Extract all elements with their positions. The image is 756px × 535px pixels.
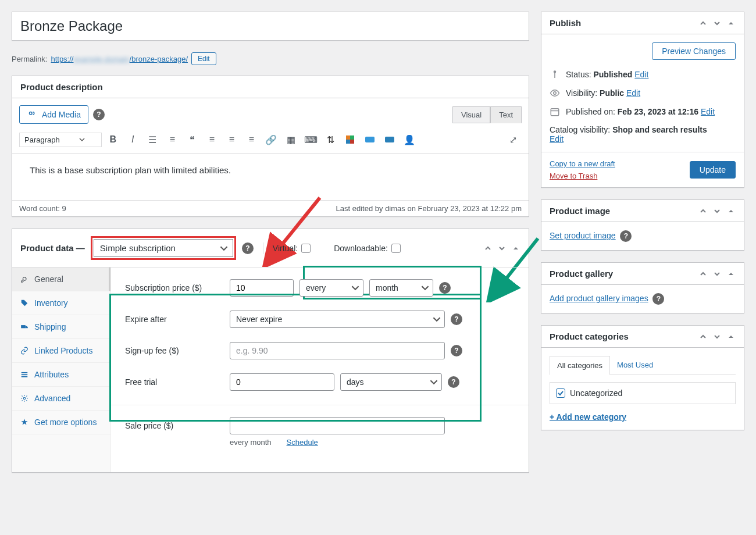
status-edit-link[interactable]: Edit	[634, 70, 648, 79]
svg-rect-5	[22, 374, 28, 375]
product-type-select[interactable]: Simple subscription	[94, 239, 233, 257]
copy-draft-link[interactable]: Copy to a new draft	[550, 159, 615, 168]
italic-icon[interactable]: I	[124, 131, 141, 148]
permalink-link[interactable]: https://example-domain/bronze-package/	[51, 55, 188, 63]
tab-inventory[interactable]: Inventory	[12, 291, 110, 315]
help-icon[interactable]: ?	[451, 313, 462, 325]
product-title-input[interactable]	[12, 12, 529, 40]
tab-linked[interactable]: Linked Products	[12, 339, 110, 363]
category-checkbox[interactable]	[556, 388, 565, 398]
move-down-icon[interactable]	[712, 332, 722, 341]
sale-price-input[interactable]	[230, 417, 445, 434]
help-icon[interactable]: ?	[93, 109, 105, 120]
help-icon[interactable]: ?	[652, 293, 664, 305]
permalink-label: Permalink:	[12, 55, 47, 63]
categories-tab-most-used[interactable]: Most Used	[610, 356, 660, 374]
move-down-icon[interactable]	[712, 206, 722, 216]
published-edit-link[interactable]: Edit	[701, 107, 715, 116]
eye-icon	[550, 88, 560, 98]
categories-tab-all[interactable]: All categories	[550, 356, 610, 375]
ol-icon[interactable]: ≡	[163, 131, 181, 148]
signup-fee-label: Sign-up fee ($)	[125, 346, 224, 355]
ul-icon[interactable]: ☰	[144, 131, 161, 148]
set-product-image-link[interactable]: Set product image	[550, 231, 616, 240]
trial-period-select[interactable]: days	[340, 373, 442, 391]
tool4-icon[interactable]	[381, 131, 398, 148]
tab-shipping[interactable]: Shipping	[12, 315, 110, 339]
subscription-price-input[interactable]	[230, 279, 294, 297]
move-down-icon[interactable]	[712, 269, 722, 279]
move-down-icon[interactable]	[497, 244, 507, 253]
move-down-icon[interactable]	[712, 19, 722, 28]
svg-rect-11	[551, 109, 559, 116]
help-icon[interactable]: ?	[242, 242, 254, 254]
tool2-icon[interactable]	[341, 131, 359, 148]
signup-fee-input[interactable]	[230, 342, 445, 359]
virtual-label: Virtual:	[273, 244, 298, 253]
permalink-row: Permalink: https://example-domain/bronze…	[12, 52, 529, 65]
editor-tab-text[interactable]: Text	[490, 106, 522, 123]
schedule-link[interactable]: Schedule	[287, 438, 318, 447]
category-item[interactable]: Uncategorized	[556, 388, 729, 398]
permalink-edit-button[interactable]: Edit	[191, 52, 216, 65]
help-icon[interactable]: ?	[448, 376, 459, 388]
editor-content[interactable]: This is a base subscription plan with li…	[12, 154, 529, 200]
expire-select[interactable]: Never expire	[230, 311, 445, 328]
link-icon[interactable]: 🔗	[262, 131, 280, 148]
align-right-icon[interactable]: ≡	[243, 131, 260, 148]
more-icon[interactable]: ▦	[282, 131, 299, 148]
move-up-icon[interactable]	[698, 206, 708, 216]
title-box	[12, 12, 529, 41]
tab-advanced[interactable]: Advanced	[12, 387, 110, 411]
product-gallery-panel: Product gallery Add product gallery imag…	[541, 262, 744, 313]
move-up-icon[interactable]	[483, 244, 493, 253]
collapse-icon[interactable]	[726, 206, 736, 216]
fullscreen-icon[interactable]: ⤢	[504, 131, 522, 148]
tab-attributes[interactable]: Attributes	[12, 363, 110, 387]
update-button[interactable]: Update	[690, 161, 736, 179]
align-left-icon[interactable]: ≡	[203, 131, 220, 148]
expire-label: Expire after	[125, 315, 224, 324]
collapse-icon[interactable]	[726, 269, 736, 279]
add-gallery-images-link[interactable]: Add product gallery images	[550, 294, 648, 303]
bold-icon[interactable]: B	[104, 131, 122, 148]
virtual-checkbox[interactable]	[301, 244, 311, 253]
move-up-icon[interactable]	[698, 332, 708, 341]
description-heading: Product description	[20, 82, 103, 92]
tool3-icon[interactable]	[361, 131, 379, 148]
tab-general[interactable]: General	[12, 268, 110, 291]
chevron-down-icon	[79, 137, 85, 142]
help-icon[interactable]: ?	[620, 230, 632, 242]
tool1-icon[interactable]: ⇅	[322, 131, 339, 148]
free-trial-input[interactable]	[230, 373, 334, 391]
collapse-icon[interactable]	[726, 332, 736, 341]
move-up-icon[interactable]	[698, 19, 708, 28]
sale-summary: every month	[230, 438, 272, 447]
align-center-icon[interactable]: ≡	[223, 131, 240, 148]
move-up-icon[interactable]	[698, 269, 708, 279]
catalog-edit-link[interactable]: Edit	[550, 134, 564, 144]
help-icon[interactable]: ?	[439, 282, 451, 294]
gear-icon	[20, 394, 28, 402]
paragraph-select[interactable]: Paragraph	[19, 133, 102, 147]
last-edited: Last edited by dimas on February 23, 202…	[336, 204, 522, 213]
downloadable-checkbox[interactable]	[391, 244, 401, 253]
period-select[interactable]: month	[369, 279, 433, 297]
product-data-panel: Product data — Simple subscription ? Vir…	[12, 229, 529, 473]
tab-get-more[interactable]: Get more options	[12, 411, 110, 434]
help-icon[interactable]: ?	[451, 345, 462, 356]
quote-icon[interactable]: ❝	[183, 131, 201, 148]
add-category-link[interactable]: + Add new category	[550, 412, 626, 422]
wrench-icon	[20, 275, 28, 283]
add-media-button[interactable]: Add Media	[19, 105, 88, 124]
user-icon[interactable]: 👤	[401, 131, 418, 148]
editor-tab-visual[interactable]: Visual	[452, 106, 490, 123]
collapse-icon[interactable]	[726, 19, 736, 28]
preview-changes-button[interactable]: Preview Changes	[652, 42, 736, 60]
interval-select[interactable]: every	[299, 279, 363, 297]
move-to-trash-link[interactable]: Move to Trash	[550, 172, 615, 180]
keyboard-icon[interactable]: ⌨	[302, 131, 319, 148]
product-data-form: Subscription price ($) every month ? Exp…	[111, 268, 529, 472]
collapse-icon[interactable]	[511, 244, 520, 253]
visibility-edit-link[interactable]: Edit	[626, 88, 640, 98]
